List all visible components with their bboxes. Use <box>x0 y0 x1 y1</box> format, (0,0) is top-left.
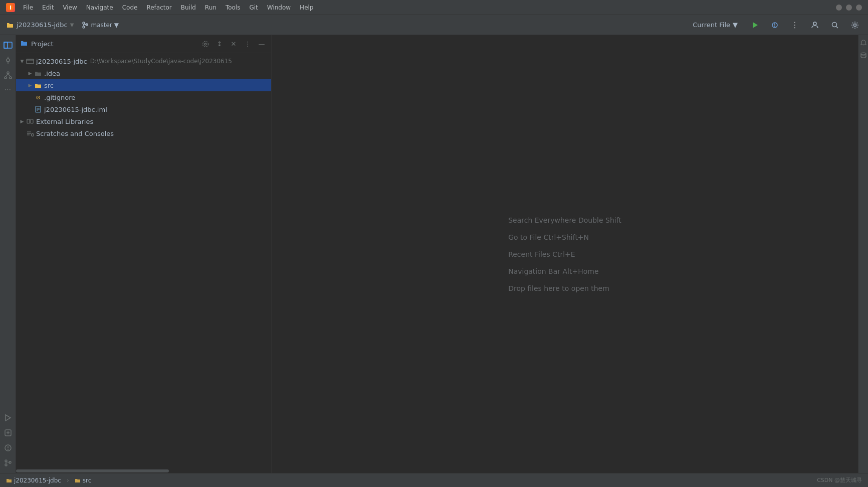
horizontal-scrollbar[interactable] <box>16 469 271 473</box>
extlib-icon <box>26 117 34 125</box>
menu-window[interactable]: Window <box>263 3 295 12</box>
tree-item-idea[interactable]: ▶ .idea <box>16 67 271 79</box>
sidebar-item-commits[interactable] <box>2 54 14 66</box>
menu-edit[interactable]: Edit <box>38 3 58 12</box>
right-database-icon[interactable] <box>859 51 867 59</box>
status-project-icon <box>6 477 12 483</box>
menu-build[interactable]: Build <box>177 3 200 12</box>
tree-item-iml[interactable]: j20230615-jdbc.iml <box>16 103 271 115</box>
branch-chevron-icon: ▼ <box>114 22 119 29</box>
tree-item-scratches[interactable]: Scratches and Consoles <box>16 127 271 139</box>
menu-run[interactable]: Run <box>201 3 221 12</box>
sidebar-item-structure[interactable] <box>2 69 14 81</box>
iml-icon <box>34 105 42 113</box>
menu-code[interactable]: Code <box>118 3 142 12</box>
current-file-chevron-icon: ▼ <box>733 21 738 29</box>
menu-git[interactable]: Git <box>245 3 262 12</box>
current-file-button[interactable]: Current File ▼ <box>689 20 742 30</box>
sidebar-item-problems[interactable] <box>2 442 14 454</box>
title-bar-left: I File Edit View Navigate Code Refactor … <box>6 3 317 12</box>
hint-recent-files[interactable]: Recent Files Ctrl+E <box>508 250 621 258</box>
menu-navigate[interactable]: Navigate <box>82 3 117 12</box>
profile-button[interactable] <box>808 18 822 32</box>
tree-item-ext-libs[interactable]: ▶ External Libraries <box>16 115 271 127</box>
hint-search-everywhere[interactable]: Search Everywhere Double Shift <box>508 216 621 224</box>
root-arrow-icon: ▼ <box>18 57 26 65</box>
right-notifications-icon[interactable] <box>859 39 867 47</box>
search-everywhere-button[interactable] <box>828 18 842 32</box>
hint-goto-file[interactable]: Go to File Ctrl+Shift+N <box>508 233 621 241</box>
svg-point-3 <box>83 26 85 28</box>
debug-icon <box>771 21 779 29</box>
editor-hints: Search Everywhere Double Shift Go to Fil… <box>508 216 621 292</box>
svg-line-23 <box>6 74 8 77</box>
idea-arrow-icon: ▶ <box>26 69 34 77</box>
scrollbar-thumb[interactable] <box>16 469 169 472</box>
menu-bar: File Edit View Navigate Code Refactor Bu… <box>19 3 317 12</box>
toolbar-right: Current File ▼ ⋮ <box>689 18 862 32</box>
svg-point-38 <box>203 41 208 47</box>
breadcrumb-arrow-icon: › <box>67 477 69 484</box>
status-project-item[interactable]: j20230615-jdbc <box>6 477 61 484</box>
sidebar-item-more[interactable]: ⋯ <box>2 84 14 96</box>
current-file-label: Current File <box>693 21 730 29</box>
status-folder-item[interactable]: src <box>75 477 92 484</box>
maximize-button[interactable]: □ <box>846 5 852 11</box>
menu-view[interactable]: View <box>59 3 81 12</box>
tree-item-gitignore[interactable]: ⊘ .gitignore <box>16 91 271 103</box>
right-sidebar <box>858 35 868 473</box>
sidebar-item-run-debug[interactable] <box>2 412 14 424</box>
git-branch-button[interactable]: master ▼ <box>82 22 119 29</box>
root-path: D:\Workspace\StudyCode\java-code\j202306… <box>90 58 232 65</box>
project-name-button[interactable]: j20230615-jdbc ▼ <box>6 21 74 29</box>
panel-minimize-button[interactable]: — <box>256 39 267 50</box>
status-attribution: CSDN @慧天城寻 <box>817 476 862 484</box>
panel-collapse-button[interactable]: ↕ <box>214 39 225 50</box>
svg-point-12 <box>832 22 837 27</box>
menu-file[interactable]: File <box>19 3 37 12</box>
tree-item-root[interactable]: ▼ j20230615-jdbc D:\Workspace\StudyCode\… <box>16 55 271 67</box>
svg-point-2 <box>83 22 85 24</box>
branch-icon <box>82 22 89 29</box>
more-options-button[interactable]: ⋮ <box>788 18 802 32</box>
scratches-arrow-icon <box>18 129 26 137</box>
tree-item-src[interactable]: ▶ src <box>16 79 271 91</box>
sidebar-item-services[interactable] <box>2 427 14 439</box>
svg-point-32 <box>5 460 7 462</box>
minimize-button[interactable]: — <box>836 5 842 11</box>
run-button[interactable] <box>748 18 762 32</box>
menu-tools[interactable]: Tools <box>222 3 245 12</box>
svg-point-17 <box>7 59 10 62</box>
sidebar-item-project[interactable] <box>2 39 14 51</box>
svg-rect-39 <box>27 59 34 64</box>
svg-rect-44 <box>27 119 30 123</box>
svg-line-13 <box>836 26 838 28</box>
menu-help[interactable]: Help <box>296 3 317 12</box>
editor-area: Search Everywhere Double Shift Go to Fil… <box>272 35 858 473</box>
branch-label: master <box>91 22 112 29</box>
sidebar-item-git[interactable] <box>2 457 14 469</box>
app-logo: I <box>6 3 15 12</box>
left-sidebar-icons: ⋯ <box>0 35 16 473</box>
panel-gear-button[interactable] <box>200 39 211 50</box>
main-content: ⋯ <box>0 35 868 473</box>
panel-more-button[interactable]: ⋮ <box>242 39 253 50</box>
svg-point-51 <box>861 53 866 55</box>
close-button[interactable]: ✕ <box>856 5 862 11</box>
run-icon <box>751 21 759 29</box>
menu-refactor[interactable]: Refactor <box>142 3 175 12</box>
scratches-label: Scratches and Consoles <box>36 130 114 137</box>
svg-rect-16 <box>4 42 8 48</box>
panel-close-button[interactable]: ✕ <box>228 39 239 50</box>
file-tree: ▼ j20230615-jdbc D:\Workspace\StudyCode\… <box>16 53 271 469</box>
svg-line-24 <box>8 74 11 77</box>
status-bar: j20230615-jdbc › src CSDN @慧天城寻 <box>0 473 868 487</box>
extlib-arrow-icon: ▶ <box>18 117 26 125</box>
hint-navigation-bar[interactable]: Navigation Bar Alt+Home <box>508 267 621 275</box>
scratches-icon <box>26 129 34 137</box>
search-icon <box>831 21 839 29</box>
settings-button[interactable] <box>848 18 862 32</box>
debug-button[interactable] <box>768 18 782 32</box>
folder-icon <box>6 21 14 29</box>
extlib-label: External Libraries <box>36 118 93 125</box>
